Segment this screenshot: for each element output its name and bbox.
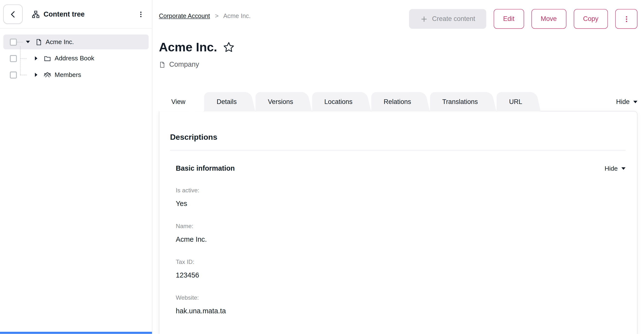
tab-locations[interactable]: Locations [312, 92, 371, 111]
tab-translations[interactable]: Translations [430, 92, 497, 111]
more-actions-button[interactable] [615, 9, 638, 29]
tab-label: View [171, 98, 185, 105]
chevron-down-icon [622, 167, 626, 170]
field-tax-id: Tax ID: 123456 [170, 258, 626, 280]
tree-item-checkbox[interactable] [10, 71, 17, 78]
create-content-label: Create content [432, 15, 475, 23]
tree-item-label: Members [55, 71, 81, 78]
content-view: Corporate Account > Acme Inc. Create con… [152, 0, 644, 334]
tabs-bar: View Details Versions Locations Relation… [159, 92, 638, 111]
copy-button[interactable]: Copy [574, 9, 608, 29]
basic-information-title: Basic information [176, 165, 235, 173]
action-toolbar: Create content Edit Move Copy [409, 9, 638, 29]
tree-item-acme-inc[interactable]: Acme Inc. [4, 35, 149, 50]
folder-icon [44, 55, 51, 62]
sidebar-resize-handle[interactable] [0, 332, 152, 334]
page-title-row: Acme Inc. [159, 40, 638, 55]
hide-label: Hide [604, 165, 618, 172]
create-content-button[interactable]: Create content [409, 9, 486, 29]
favorite-star-icon[interactable] [222, 41, 235, 54]
plus-icon [420, 15, 428, 23]
tab-url[interactable]: URL [496, 92, 541, 111]
tree-item-checkbox[interactable] [10, 55, 17, 62]
content-type-label: Company [169, 60, 199, 69]
breadcrumb-link-corporate-account[interactable]: Corporate Account [159, 13, 210, 20]
tab-label: Relations [384, 98, 411, 105]
tab-label: Versions [268, 98, 293, 105]
content-type-row: Company [159, 60, 638, 69]
caret-down-icon [26, 41, 30, 43]
field-value: hak.una.mata.ta [176, 307, 626, 316]
tab-label: Translations [442, 98, 478, 105]
file-icon [159, 61, 166, 68]
content-tree: Acme Inc. Address Book Members [0, 29, 152, 82]
chevron-down-icon [633, 101, 638, 103]
field-label: Name: [176, 222, 626, 230]
tab-label: URL [509, 98, 522, 105]
caret-toggle[interactable] [33, 56, 39, 60]
tree-item-checkbox[interactable] [10, 39, 17, 46]
breadcrumb-separator: > [215, 13, 219, 20]
content-tree-header: Content tree [0, 0, 152, 29]
tree-connector-line [20, 46, 21, 75]
section-divider [170, 150, 626, 150]
breadcrumb-current: Acme Inc. [223, 13, 251, 20]
field-value: 123456 [176, 271, 626, 280]
caret-right-icon [35, 56, 38, 60]
move-button[interactable]: Move [531, 9, 566, 29]
tab-view[interactable]: View [159, 92, 204, 111]
content-tree-title: Content tree [44, 10, 85, 18]
field-value: Acme Inc. [176, 235, 626, 244]
field-value: Yes [176, 199, 626, 208]
tree-item-label: Acme Inc. [46, 38, 74, 46]
field-website: Website: hak.una.mata.ta [170, 294, 626, 316]
caret-toggle[interactable] [33, 73, 39, 77]
top-bar: Corporate Account > Acme Inc. Create con… [159, 0, 638, 29]
content-tree-icon [32, 10, 40, 18]
page-title: Acme Inc. [159, 40, 217, 55]
tab-relations[interactable]: Relations [371, 92, 430, 111]
hide-tabs-toggle[interactable]: Hide [616, 98, 638, 105]
tab-label: Details [217, 98, 237, 105]
tree-connector-line [20, 59, 27, 59]
caret-toggle[interactable] [25, 41, 31, 43]
descriptions-heading: Descriptions [170, 133, 626, 142]
content-tree-panel: Content tree Acme Inc. [0, 0, 152, 334]
tab-details[interactable]: Details [204, 92, 256, 111]
chevron-left-icon [9, 10, 17, 18]
basic-information-header: Basic information Hide [170, 165, 626, 173]
sidebar-kebab-menu-button[interactable] [136, 9, 146, 20]
tabs-spacer [541, 92, 616, 111]
field-label: Is active: [176, 187, 626, 194]
field-label: Tax ID: [176, 258, 626, 266]
hide-group-toggle[interactable]: Hide [604, 165, 626, 172]
back-button[interactable] [4, 5, 22, 24]
vertical-dots-icon [137, 11, 144, 18]
file-icon [35, 38, 42, 46]
vertical-dots-icon [622, 15, 630, 23]
caret-right-icon [35, 73, 38, 77]
content-view-card: Descriptions Basic information Hide Is a… [159, 111, 638, 334]
field-label: Website: [176, 294, 626, 301]
field-is-active: Is active: Yes [170, 187, 626, 209]
app-window: Content tree Acme Inc. [0, 0, 644, 334]
edit-button[interactable]: Edit [494, 9, 524, 29]
tab-label: Locations [324, 98, 353, 105]
hide-label: Hide [616, 98, 630, 105]
tree-item-label: Address Book [55, 55, 94, 62]
users-icon [44, 71, 51, 78]
breadcrumb: Corporate Account > Acme Inc. [159, 13, 251, 20]
tree-connector-line [20, 75, 27, 75]
field-name: Name: Acme Inc. [170, 222, 626, 244]
tree-connector-line [17, 42, 23, 42]
tab-versions[interactable]: Versions [256, 92, 312, 111]
